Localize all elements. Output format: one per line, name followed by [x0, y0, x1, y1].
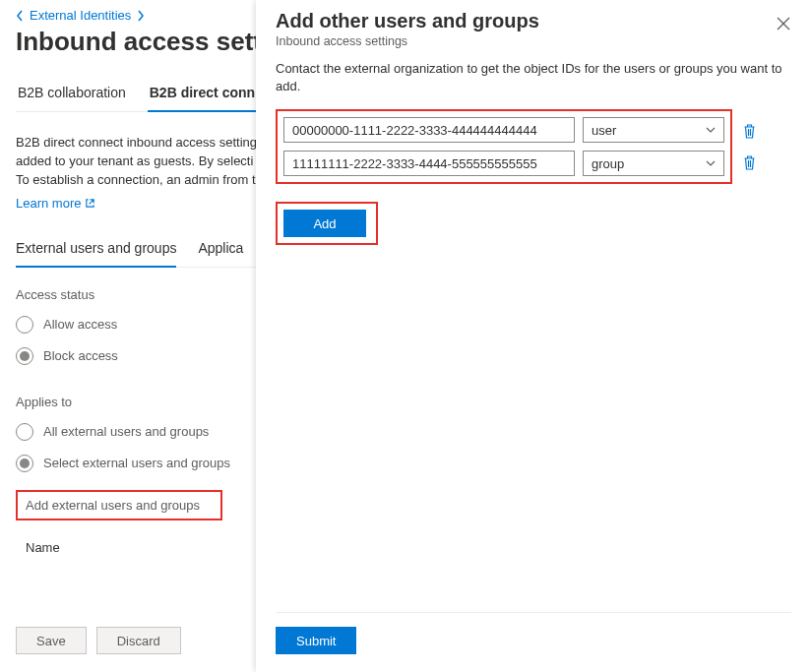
radio-icon [16, 316, 33, 334]
chevron-down-icon [706, 127, 716, 133]
submit-button[interactable]: Submit [276, 627, 356, 654]
delete-icon[interactable] [742, 154, 757, 170]
chevron-down-icon [706, 160, 716, 166]
breadcrumb-parent[interactable]: External Identities [30, 8, 131, 23]
tab-b2b-direct-connect[interactable]: B2B direct conn [148, 85, 257, 112]
tab-b2b-collaboration[interactable]: B2B collaboration [16, 85, 128, 111]
radio-icon [16, 423, 33, 441]
footer-buttons: Save Discard [16, 627, 181, 654]
entry-row-1: group [283, 151, 724, 176]
learn-more-link[interactable]: Learn more [16, 196, 95, 211]
add-external-users-link[interactable]: Add external users and groups [16, 490, 222, 520]
tab-applications[interactable]: Applica [198, 240, 243, 267]
external-link-icon [85, 198, 95, 209]
object-id-input[interactable] [283, 151, 575, 176]
radio-icon [16, 347, 33, 365]
add-button-highlight-box: Add [276, 202, 378, 245]
panel-subtitle: Inbound access settings [276, 34, 539, 48]
close-icon[interactable] [776, 16, 791, 31]
save-button[interactable]: Save [16, 627, 87, 654]
panel-title: Add other users and groups [276, 10, 539, 32]
radio-icon [16, 455, 33, 472]
chevron-right-icon [137, 10, 145, 22]
delete-icon[interactable] [742, 123, 757, 139]
entries-highlight-box: user group [276, 109, 732, 184]
entry-row-0: user [283, 117, 724, 143]
panel-description: Contact the external organization to get… [276, 60, 791, 95]
type-dropdown[interactable]: user [583, 117, 724, 143]
chevron-left-icon [16, 10, 24, 22]
add-users-panel: Add other users and groups Inbound acces… [256, 0, 811, 672]
add-button[interactable]: Add [283, 210, 366, 237]
tab-external-users-groups[interactable]: External users and groups [16, 240, 176, 268]
type-dropdown[interactable]: group [583, 151, 724, 176]
object-id-input[interactable] [283, 117, 575, 143]
discard-button[interactable]: Discard [96, 627, 181, 654]
